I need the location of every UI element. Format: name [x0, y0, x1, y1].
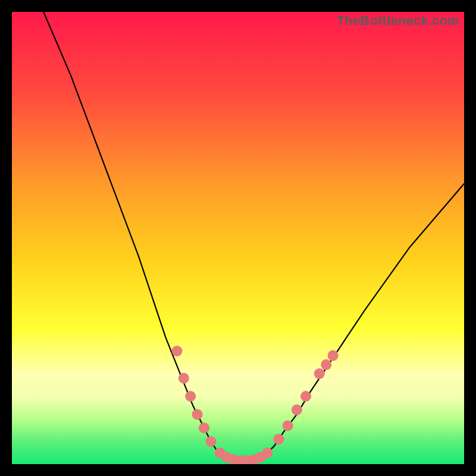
curve-marker: [185, 391, 196, 402]
curve-marker: [171, 346, 182, 356]
curve-marker: [321, 359, 331, 370]
curve-marker: [328, 350, 339, 361]
bottleneck-chart: [12, 12, 464, 464]
curve-marker: [205, 436, 216, 447]
curve-marker: [262, 447, 273, 458]
curve-marker: [199, 422, 209, 433]
curve-marker: [273, 434, 284, 444]
watermark-text: TheBottleneck.com: [337, 13, 459, 29]
curve-marker: [178, 373, 189, 384]
chart-frame: TheBottleneck.com: [12, 12, 464, 464]
curve-marker: [314, 368, 325, 379]
curve-marker: [300, 391, 311, 402]
curve-marker: [192, 409, 203, 419]
curve-marker: [283, 420, 293, 431]
gradient-background: [12, 12, 464, 464]
curve-marker: [292, 405, 302, 415]
